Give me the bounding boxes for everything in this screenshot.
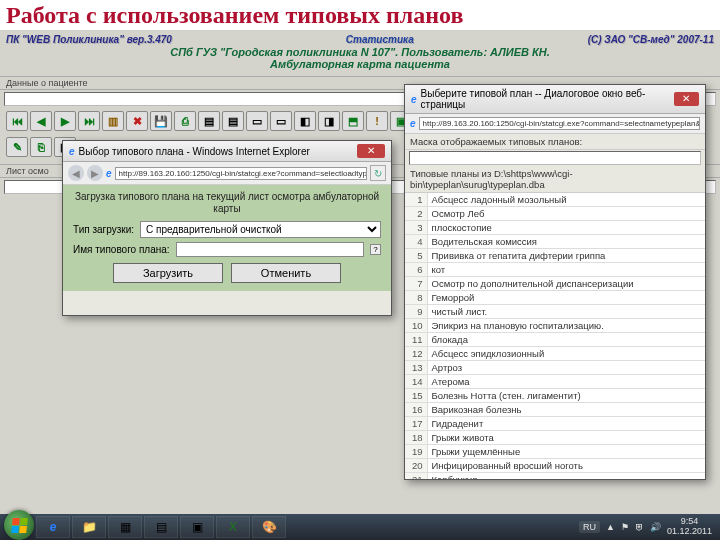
plan-row-name: блокада xyxy=(427,333,705,347)
tray-up-icon[interactable]: ▲ xyxy=(606,522,615,532)
plan-row-name: Атерома xyxy=(427,375,705,389)
plan-row[interactable]: 14Атерома xyxy=(405,375,705,389)
plan-row-num: 8 xyxy=(405,291,427,305)
plan-row-name: Инфицированный вросший ноготь xyxy=(427,459,705,473)
dialog1-addressbar: ◀ ▶ e http://89.163.20.160:1250/cgi-bin/… xyxy=(63,162,391,185)
plan-row[interactable]: 9чистый лист. xyxy=(405,305,705,319)
last-button[interactable]: ⏭ xyxy=(78,111,100,131)
plan-row-num: 3 xyxy=(405,221,427,235)
print-button[interactable]: ⎙ xyxy=(174,111,196,131)
taskbar-paint[interactable]: 🎨 xyxy=(252,516,286,538)
help-icon[interactable]: ? xyxy=(370,244,381,255)
next-button[interactable]: ▶ xyxy=(54,111,76,131)
plan-row[interactable]: 5Прививка от гепатита дифтерии гриппа xyxy=(405,249,705,263)
dialog2-close-button[interactable]: ✕ xyxy=(674,92,699,106)
dialog1-url[interactable]: http://89.163.20.160:1250/cgi-bin/statcg… xyxy=(115,167,367,180)
list1-button[interactable]: ▤ xyxy=(198,111,220,131)
taskbar-app2[interactable]: ▤ xyxy=(144,516,178,538)
dialog2-url[interactable]: http://89.163.20.160:1250/cgi-bin/statcg… xyxy=(419,117,700,130)
mask-input[interactable] xyxy=(409,151,701,165)
clock[interactable]: 9:54 01.12.2011 xyxy=(667,517,712,537)
save-button[interactable]: 💾 xyxy=(150,111,172,131)
plan-row-num: 9 xyxy=(405,305,427,319)
dialog1-caption: Загрузка типового плана на текущий лист … xyxy=(73,191,381,215)
taskbar-app3[interactable]: ▣ xyxy=(180,516,214,538)
plan-row-num: 2 xyxy=(405,207,427,221)
plan-row-num: 1 xyxy=(405,193,427,207)
plan-row[interactable]: 6кот xyxy=(405,263,705,277)
dialog1-titlebar[interactable]: e Выбор типового плана - Windows Interne… xyxy=(63,141,391,162)
plan-row-name: Абсцесс ладонный мозольный xyxy=(427,193,705,207)
plan-row[interactable]: 8Геморрой xyxy=(405,291,705,305)
paste-button[interactable]: ⎘ xyxy=(30,137,52,157)
taskbar-excel[interactable]: X xyxy=(216,516,250,538)
taskbar-app1[interactable]: ▦ xyxy=(108,516,142,538)
delete-button[interactable]: ✖ xyxy=(126,111,148,131)
tool1-button[interactable]: ◧ xyxy=(294,111,316,131)
tray-flag-icon[interactable]: ⚑ xyxy=(621,522,629,532)
plan-row-num: 17 xyxy=(405,417,427,431)
plan-row-num: 7 xyxy=(405,277,427,291)
plan-row[interactable]: 15Болезнь Нотта (стен. лигаментит) xyxy=(405,389,705,403)
taskbar: e 📁 ▦ ▤ ▣ X 🎨 RU ▲ ⚑ ⛨ 🔊 9:54 01.12.2011 xyxy=(0,514,720,540)
dialog2-titlebar[interactable]: e Выберите типовой план -- Диалоговое ок… xyxy=(405,85,705,114)
list2-button[interactable]: ▤ xyxy=(222,111,244,131)
plan-row[interactable]: 10Эпикриз на плановую госпитализацию. xyxy=(405,319,705,333)
plan-row-num: 10 xyxy=(405,319,427,333)
plan-row-name: Карбункул xyxy=(427,473,705,480)
ie-icon: e xyxy=(69,146,75,157)
plan-row[interactable]: 20Инфицированный вросший ноготь xyxy=(405,459,705,473)
plan-row-name: Гидраденит xyxy=(427,417,705,431)
lang-indicator[interactable]: RU xyxy=(579,521,600,533)
load-type-label: Тип загрузки: xyxy=(73,224,134,235)
header-center: Статистика xyxy=(346,34,414,45)
plan-name-input[interactable] xyxy=(176,242,364,257)
load-type-select[interactable]: С предварительной очисткой xyxy=(140,221,381,238)
plan-row-name: Грыжи ущемлённые xyxy=(427,445,705,459)
mask-label: Маска отображаемых типовых планов: xyxy=(405,134,705,150)
tray-sound-icon[interactable]: 🔊 xyxy=(650,522,661,532)
plan-row[interactable]: 1Абсцесс ладонный мозольный xyxy=(405,193,705,207)
plan-row[interactable]: 4Водительская комиссия xyxy=(405,235,705,249)
taskbar-explorer[interactable]: 📁 xyxy=(72,516,106,538)
taskbar-ie[interactable]: e xyxy=(36,516,70,538)
plan-row[interactable]: 2Осмотр Леб xyxy=(405,207,705,221)
alert-button[interactable]: ! xyxy=(366,111,388,131)
nav-fwd-icon[interactable]: ▶ xyxy=(87,165,103,181)
card-button[interactable]: ▭ xyxy=(246,111,268,131)
plan-row-name: Водительская комиссия xyxy=(427,235,705,249)
book-button[interactable]: ▥ xyxy=(102,111,124,131)
edit-button[interactable]: ✎ xyxy=(6,137,28,157)
nav-back-icon[interactable]: ◀ xyxy=(68,165,84,181)
doc-button[interactable]: ▭ xyxy=(270,111,292,131)
dialog2-title: Выберите типовой план -- Диалоговое окно… xyxy=(421,88,666,110)
load-button[interactable]: Загрузить xyxy=(113,263,223,283)
action1-button[interactable]: ⬒ xyxy=(342,111,364,131)
plan-row-name: Варикозная болезнь xyxy=(427,403,705,417)
tool2-button[interactable]: ◨ xyxy=(318,111,340,131)
system-tray[interactable]: RU ▲ ⚑ ⛨ 🔊 9:54 01.12.2011 xyxy=(579,517,716,537)
plan-row[interactable]: 12Абсцесс эпидклозионный xyxy=(405,347,705,361)
plan-row-num: 5 xyxy=(405,249,427,263)
start-button[interactable] xyxy=(4,510,34,540)
plan-row[interactable]: 18Грыжи живота xyxy=(405,431,705,445)
prev-button[interactable]: ◀ xyxy=(30,111,52,131)
first-button[interactable]: ⏮ xyxy=(6,111,28,131)
cancel-button[interactable]: Отменить xyxy=(231,263,341,283)
plan-row[interactable]: 11блокада xyxy=(405,333,705,347)
plan-row[interactable]: 3плоскостопие xyxy=(405,221,705,235)
plan-row[interactable]: 17Гидраденит xyxy=(405,417,705,431)
plan-row[interactable]: 16Варикозная болезнь xyxy=(405,403,705,417)
refresh-icon[interactable]: ↻ xyxy=(370,165,386,181)
plans-list[interactable]: 1Абсцесс ладонный мозольный2Осмотр Леб3п… xyxy=(405,193,705,479)
plan-row-num: 21 xyxy=(405,473,427,480)
plan-row-name: чистый лист. xyxy=(427,305,705,319)
plan-row[interactable]: 21Карбункул xyxy=(405,473,705,480)
plan-row-num: 20 xyxy=(405,459,427,473)
tray-network-icon[interactable]: ⛨ xyxy=(635,522,644,532)
plan-row[interactable]: 13Артроз xyxy=(405,361,705,375)
plan-row[interactable]: 19Грыжи ущемлённые xyxy=(405,445,705,459)
dialog1-close-button[interactable]: ✕ xyxy=(357,144,385,158)
plan-row[interactable]: 7Осмотр по дополнительной диспансеризаци… xyxy=(405,277,705,291)
plans-table: 1Абсцесс ладонный мозольный2Осмотр Леб3п… xyxy=(405,193,705,479)
